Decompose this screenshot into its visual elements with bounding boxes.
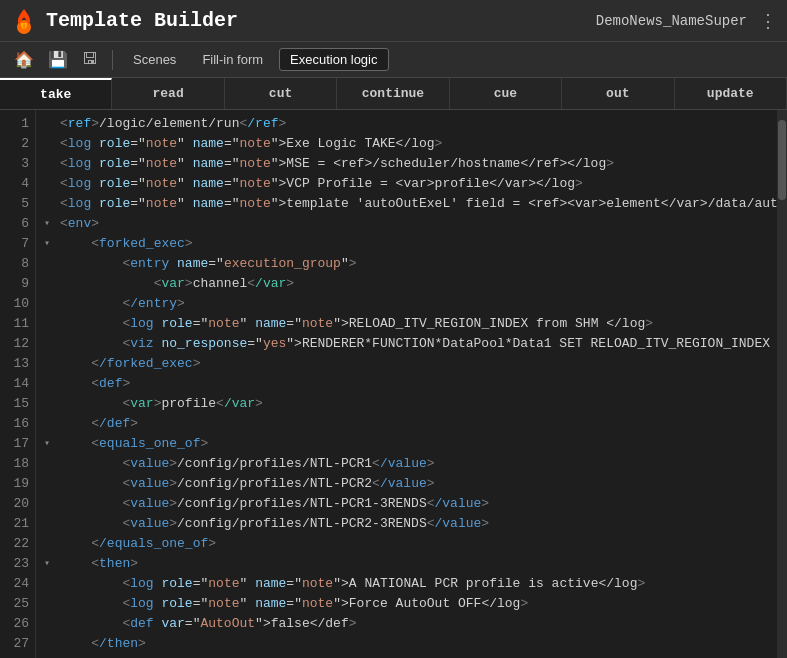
code-line-content: <log role="note" name="note">VCP Profile…: [60, 174, 583, 194]
code-content[interactable]: <ref>/logic/element/run</ref> <log role=…: [36, 110, 777, 658]
indent-spacer: [60, 614, 122, 634]
indent-spacer: [60, 654, 91, 658]
table-row: ▾ <forked_exec>: [44, 234, 777, 254]
table-row: <log role="note" name="note">template 'a…: [44, 194, 777, 214]
fold-arrow-icon: [44, 634, 60, 654]
code-line-content: <log role="note" name="note">template 'a…: [60, 194, 777, 214]
table-row: <var>channel</var>: [44, 274, 777, 294]
tab-take[interactable]: take: [0, 78, 112, 109]
line-number: 7: [10, 234, 29, 254]
context-menu-icon[interactable]: ⋮: [759, 10, 777, 32]
table-row: <def var="AutoOut">false</def>: [44, 614, 777, 634]
code-editor: 1234567891011121314151617181920212223242…: [0, 110, 787, 658]
code-line-content: <var>profile</var>: [122, 394, 262, 414]
fold-arrow-icon: [44, 474, 60, 494]
fold-arrow-icon: [44, 274, 60, 294]
code-line-content: </equals_one_of>: [91, 534, 216, 554]
fold-arrow-icon: [44, 334, 60, 354]
export-icon[interactable]: 🖫: [78, 48, 102, 71]
line-number: 23: [10, 554, 29, 574]
indent-spacer: [60, 334, 122, 354]
line-number: 9: [10, 274, 29, 294]
tab-out[interactable]: out: [562, 78, 674, 109]
line-number: 20: [10, 494, 29, 514]
indent-spacer: [60, 554, 91, 574]
line-number: 10: [10, 294, 29, 314]
fold-arrow-icon[interactable]: ▾: [44, 554, 60, 574]
fold-arrow-icon[interactable]: ▾: [44, 214, 60, 234]
tab-update[interactable]: update: [675, 78, 787, 109]
line-number: 26: [10, 614, 29, 634]
code-line-content: </entry>: [122, 294, 184, 314]
code-line-content: <log role="note" name="note">MSE = <ref>…: [60, 154, 614, 174]
indent-spacer: [60, 234, 91, 254]
line-number: 8: [10, 254, 29, 274]
scrollbar-thumb[interactable]: [778, 120, 786, 200]
table-row: </equals_one_of>: [44, 534, 777, 554]
table-row: <var>profile</var>: [44, 394, 777, 414]
code-line-content: <log role="note" name="note">Force AutoO…: [122, 594, 528, 614]
line-number: 21: [10, 514, 29, 534]
table-row: </then>: [44, 634, 777, 654]
code-line-content: <value>/config/profiles/NTL-PCR2-3RENDS<…: [122, 514, 489, 534]
execution-logic-button[interactable]: Execution logic: [279, 48, 388, 71]
line-number: 24: [10, 574, 29, 594]
fold-arrow-icon: [44, 174, 60, 194]
fold-arrow-icon: [44, 254, 60, 274]
fold-arrow-icon[interactable]: ▾: [44, 434, 60, 454]
tab-bar: takereadcutcontinuecueoutupdate: [0, 78, 787, 110]
scenes-button[interactable]: Scenes: [123, 49, 186, 70]
indent-spacer: [60, 634, 91, 654]
code-line-content: <var>channel</var>: [154, 274, 294, 294]
fold-arrow-icon: [44, 374, 60, 394]
table-row: ▾ <equals_one_of>: [44, 434, 777, 454]
home-icon[interactable]: 🏠: [10, 48, 38, 72]
fillin-form-button[interactable]: Fill-in form: [192, 49, 273, 70]
indent-spacer: [60, 434, 91, 454]
code-line-content: <log role="note" name="note">RELOAD_ITV_…: [122, 314, 653, 334]
line-number: 17: [10, 434, 29, 454]
line-number: 15: [10, 394, 29, 414]
code-line-content: <then>: [91, 554, 138, 574]
fold-arrow-icon: [44, 134, 60, 154]
fold-arrow-icon: [44, 514, 60, 534]
indent-spacer: [60, 574, 122, 594]
indent-spacer: [60, 534, 91, 554]
indent-spacer: [60, 374, 91, 394]
fold-arrow-icon[interactable]: ▾: [44, 234, 60, 254]
line-number: 25: [10, 594, 29, 614]
fold-arrow-icon: [44, 594, 60, 614]
table-row: </entry>: [44, 294, 777, 314]
app-logo-icon: [10, 7, 38, 35]
line-numbers: 1234567891011121314151617181920212223242…: [0, 110, 36, 658]
line-number: 6: [10, 214, 29, 234]
table-row: <log role="note" name="note">Force AutoO…: [44, 594, 777, 614]
line-number: 5: [10, 194, 29, 214]
save-icon[interactable]: 💾: [44, 48, 72, 72]
fold-arrow-icon: [44, 494, 60, 514]
indent-spacer: [60, 594, 122, 614]
line-number: 1: [10, 114, 29, 134]
table-row: <value>/config/profiles/NTL-PCR1-3RENDS<…: [44, 494, 777, 514]
fold-arrow-icon: [44, 114, 60, 134]
app-title: Template Builder: [46, 9, 596, 32]
indent-spacer: [60, 394, 122, 414]
fold-arrow-icon[interactable]: ▾: [44, 654, 60, 658]
code-line-content: </def>: [91, 414, 138, 434]
tab-cut[interactable]: cut: [225, 78, 337, 109]
table-row: </forked_exec>: [44, 354, 777, 374]
fold-arrow-icon: [44, 534, 60, 554]
toolbar-separator: [112, 50, 113, 70]
fold-arrow-icon: [44, 414, 60, 434]
tab-read[interactable]: read: [112, 78, 224, 109]
code-line-content: <value>/config/profiles/NTL-PCR2</value>: [122, 474, 434, 494]
table-row: </def>: [44, 414, 777, 434]
code-line-content: <equals_one_of>: [91, 434, 208, 454]
table-row: <log role="note" name="note">MSE = <ref>…: [44, 154, 777, 174]
tab-continue[interactable]: continue: [337, 78, 449, 109]
tab-cue[interactable]: cue: [450, 78, 562, 109]
scrollbar-track[interactable]: [777, 110, 787, 658]
table-row: <value>/config/profiles/NTL-PCR1</value>: [44, 454, 777, 474]
indent-spacer: [60, 474, 122, 494]
indent-spacer: [60, 454, 122, 474]
